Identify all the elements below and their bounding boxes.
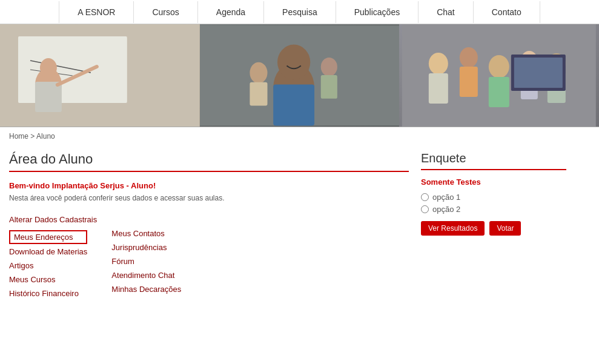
poll-option-1: opção 1 bbox=[421, 193, 566, 202]
votar-button[interactable]: Votar bbox=[489, 221, 521, 236]
nav-link-agenda[interactable]: Agenda bbox=[198, 1, 264, 23]
svg-point-23 bbox=[489, 55, 509, 78]
poll-buttons: Ver Resultados Votar bbox=[421, 221, 566, 236]
nav-item-agenda[interactable]: Agenda bbox=[198, 1, 264, 23]
poll-option-2: opção 2 bbox=[421, 205, 566, 214]
nav-item-contato[interactable]: Contato bbox=[474, 1, 540, 23]
nav-item-publicacoes[interactable]: Publicações bbox=[336, 1, 419, 23]
svg-point-13 bbox=[320, 58, 337, 76]
svg-rect-20 bbox=[429, 73, 448, 104]
sidebar: Enquete Somente Testes opção 1 opção 2 V… bbox=[421, 151, 566, 301]
nav-link-cursos[interactable]: Cursos bbox=[134, 1, 197, 23]
nav-item-pesquisa[interactable]: Pesquisa bbox=[264, 1, 336, 23]
description-text: Nesta área você poderá conferir seus dad… bbox=[9, 194, 409, 202]
breadcrumb-home-link[interactable]: Home bbox=[9, 132, 28, 141]
poll-radio-1[interactable] bbox=[421, 193, 429, 201]
svg-rect-1 bbox=[18, 36, 127, 103]
links-col-2: Meus Contatos Jurisprudências Fórum Aten… bbox=[111, 227, 181, 301]
link-historico-financeiro[interactable]: Histórico Financeiro bbox=[9, 287, 87, 300]
hero-col-2 bbox=[200, 24, 400, 127]
links-col-1: Meus Endereços Download de Materias Arti… bbox=[9, 227, 87, 301]
svg-point-5 bbox=[40, 58, 57, 78]
svg-point-16 bbox=[277, 45, 310, 80]
link-minhas-decaracoes[interactable]: Minhas Decarações bbox=[111, 283, 181, 296]
welcome-message: Bem-vindo Implantação Serjus - Aluno! bbox=[9, 181, 409, 190]
link-alterar-dados[interactable]: Alterar Dados Cadastrais bbox=[9, 213, 409, 226]
svg-point-19 bbox=[429, 53, 448, 74]
nav-link-pesquisa[interactable]: Pesquisa bbox=[264, 1, 336, 23]
nav-item-cursos[interactable]: Cursos bbox=[134, 1, 197, 23]
svg-rect-24 bbox=[489, 77, 509, 107]
nav-link-publicacoes[interactable]: Publicações bbox=[336, 1, 419, 23]
breadcrumb-current: Aluno bbox=[36, 132, 55, 141]
poll-label-1: opção 1 bbox=[432, 193, 460, 202]
svg-rect-14 bbox=[320, 75, 337, 99]
link-meus-cursos[interactable]: Meus Cursos bbox=[9, 273, 87, 286]
svg-rect-22 bbox=[460, 67, 478, 97]
poll-radio-2[interactable] bbox=[421, 205, 429, 213]
main-nav: A ESNOR Cursos Agenda Pesquisa Publicaçõ… bbox=[0, 0, 599, 24]
link-meus-enderecos[interactable]: Meus Endereços bbox=[9, 230, 87, 244]
links-grid: Meus Endereços Download de Materias Arti… bbox=[9, 227, 409, 301]
svg-rect-30 bbox=[514, 58, 563, 88]
link-meus-contatos[interactable]: Meus Contatos bbox=[111, 227, 181, 240]
nav-link-contato[interactable]: Contato bbox=[474, 1, 540, 23]
link-download-materias[interactable]: Download de Materias bbox=[9, 245, 87, 258]
poll-label-2: opção 2 bbox=[432, 205, 460, 214]
breadcrumb: Home > Aluno bbox=[0, 127, 599, 145]
breadcrumb-separator: > bbox=[28, 132, 36, 141]
nav-link-chat[interactable]: Chat bbox=[419, 1, 474, 23]
hero-banner bbox=[0, 24, 599, 127]
page-title: Área do Aluno bbox=[9, 151, 409, 172]
svg-point-11 bbox=[250, 62, 267, 84]
link-atendimento-chat[interactable]: Atendimento Chat bbox=[111, 269, 181, 282]
content-area: Área do Aluno Bem-vindo Implantação Serj… bbox=[9, 151, 409, 301]
svg-rect-12 bbox=[250, 82, 267, 106]
nav-item-chat[interactable]: Chat bbox=[419, 1, 474, 23]
sidebar-title: Enquete bbox=[421, 151, 566, 170]
link-jurisprudencias[interactable]: Jurisprudências bbox=[111, 241, 181, 254]
hero-col-1 bbox=[0, 24, 200, 127]
link-forum[interactable]: Fórum bbox=[111, 255, 181, 268]
link-artigos[interactable]: Artigos bbox=[9, 259, 87, 272]
nav-item-esnor[interactable]: A ESNOR bbox=[59, 1, 134, 23]
svg-rect-17 bbox=[273, 85, 314, 126]
ver-resultados-button[interactable]: Ver Resultados bbox=[421, 221, 485, 236]
main-container: Área do Aluno Bem-vindo Implantação Serj… bbox=[0, 145, 599, 307]
poll-title: Somente Testes bbox=[421, 177, 566, 187]
svg-point-21 bbox=[460, 47, 478, 68]
nav-link-esnor[interactable]: A ESNOR bbox=[59, 1, 134, 23]
hero-col-3 bbox=[399, 24, 599, 127]
